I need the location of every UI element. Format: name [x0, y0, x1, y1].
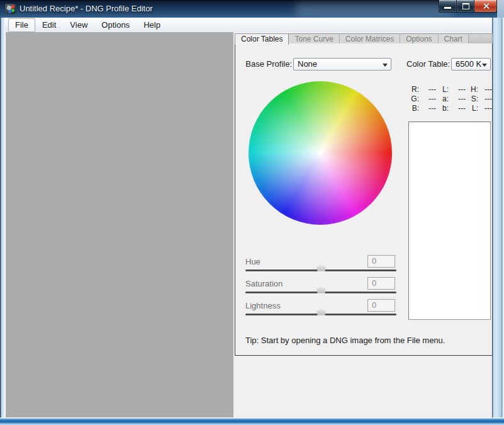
tab-bar: Color Tables Tone Curve Color Matrices O… — [235, 33, 493, 43]
close-icon — [483, 3, 490, 9]
readout-lab-b-value: --- — [449, 104, 466, 113]
tip-text: Tip: Start by opening a DNG image from t… — [245, 336, 445, 345]
readout-l-label: L: — [466, 104, 478, 113]
saturation-slider-thumb[interactable] — [316, 286, 326, 293]
window-frame-bottom — [0, 417, 504, 425]
dng-image-area — [6, 32, 233, 417]
menu-view[interactable]: View — [63, 18, 94, 32]
lightness-value-field[interactable]: 0 — [367, 299, 395, 312]
minimize-icon — [444, 7, 451, 9]
color-table-select[interactable]: 6500 K — [451, 58, 491, 71]
readout-l-value: --- — [478, 104, 492, 113]
readout-h-label: H: — [466, 85, 478, 94]
app-icon — [5, 4, 16, 14]
tab-color-matrices[interactable]: Color Matrices — [340, 34, 400, 43]
base-profile-value: None — [298, 59, 317, 69]
editor-panel: Color Tables Tone Curve Color Matrices O… — [233, 32, 492, 417]
menu-file[interactable]: File — [8, 18, 35, 32]
readout-s-value: --- — [478, 94, 492, 104]
readout-a-label: a: — [436, 94, 449, 104]
window-title: Untitled Recipe* - DNG Profile Editor — [20, 0, 153, 18]
color-adjustments-list[interactable] — [408, 122, 491, 320]
readout-r-label: R: — [406, 85, 419, 94]
window-frame-right — [493, 18, 504, 417]
window-controls — [439, 0, 497, 13]
readout-g-value: --- — [419, 94, 436, 104]
readout-r-value: --- — [419, 85, 436, 94]
window-frame-left — [0, 18, 5, 417]
lightness-slider-thumb[interactable] — [316, 308, 326, 315]
color-tables-panel: Base Profile: None Color Table: 6500 K R… — [235, 43, 493, 356]
hue-value-field[interactable]: 0 — [367, 255, 395, 268]
title-bar[interactable]: Untitled Recipe* - DNG Profile Editor — [0, 0, 504, 18]
readout-h-value: --- — [478, 85, 492, 94]
hue-slider-label: Hue — [245, 257, 260, 266]
readout-L-value: --- — [449, 85, 466, 94]
menu-edit[interactable]: Edit — [35, 18, 63, 32]
color-table-value: 6500 K — [456, 59, 481, 69]
tab-tone-curve[interactable]: Tone Curve — [289, 34, 339, 43]
close-button[interactable] — [474, 0, 497, 13]
saturation-value-field[interactable]: 0 — [367, 277, 395, 290]
saturation-slider-label: Saturation — [245, 279, 283, 288]
menu-bar: File Edit View Options Help — [5, 18, 493, 32]
color-table-label: Color Table: — [406, 59, 449, 69]
client-area: Color Tables Tone Curve Color Matrices O… — [5, 32, 493, 417]
tab-chart[interactable]: Chart — [439, 34, 469, 43]
readout-a-value: --- — [449, 94, 466, 104]
minimize-button[interactable] — [439, 0, 457, 13]
hue-slider-thumb[interactable] — [316, 264, 326, 271]
readout-g-label: G: — [406, 94, 419, 104]
base-profile-label: Base Profile: — [245, 59, 292, 69]
dropdown-arrow-icon — [482, 64, 487, 67]
readout-b-value: --- — [419, 104, 436, 113]
menu-help[interactable]: Help — [137, 18, 167, 32]
dropdown-arrow-icon — [383, 64, 388, 67]
background-window-edge — [497, 0, 504, 18]
hue-saturation-color-wheel[interactable] — [249, 81, 392, 225]
color-readout: R:---L:---H:--- G:---a:---S:--- B:---b:-… — [406, 85, 492, 113]
aero-glass-reflection — [296, 3, 453, 17]
maximize-button[interactable] — [456, 0, 474, 13]
maximize-icon — [462, 3, 469, 9]
tab-options[interactable]: Options — [400, 34, 438, 43]
lightness-slider-label: Lightness — [245, 301, 281, 310]
menu-options[interactable]: Options — [94, 18, 137, 32]
base-profile-select[interactable]: None — [293, 58, 391, 71]
readout-L-label: L: — [436, 85, 449, 94]
readout-s-label: S: — [466, 94, 478, 104]
readout-lab-b-label: b: — [436, 104, 449, 113]
tab-color-tables[interactable]: Color Tables — [235, 34, 289, 45]
readout-b-label: B: — [406, 104, 419, 113]
